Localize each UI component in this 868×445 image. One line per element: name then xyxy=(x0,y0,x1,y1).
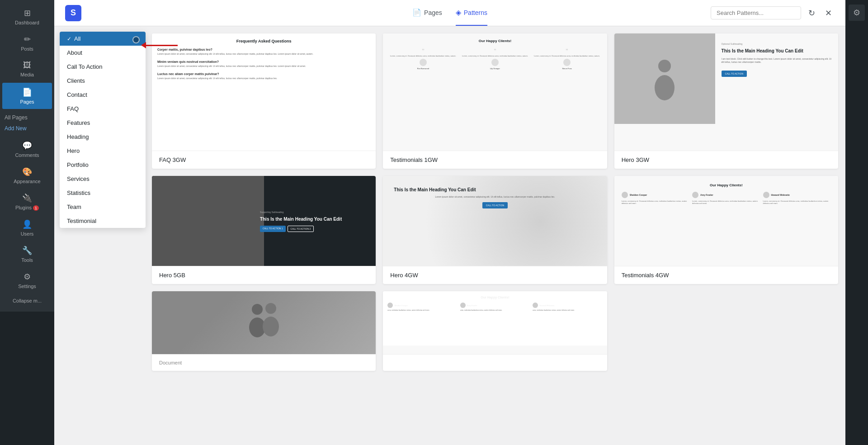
sidebar-item-label: Appearance xyxy=(14,179,40,184)
sidebar: ⊞ Dashboard ✏ Posts 🖼 Media 📄 Pages All … xyxy=(0,0,54,445)
dropdown-item-contact[interactable]: Contact xyxy=(60,88,146,102)
posts-icon: ✏ xyxy=(24,34,31,44)
sidebar-item-users[interactable]: 👤 Users xyxy=(0,215,54,241)
testimonial4-1: Sheldon Cooper Lorem, commonry et. Occas… xyxy=(622,192,689,204)
dropdown-item-label: Testimonial xyxy=(67,218,96,224)
card-testimonials-5gw[interactable]: Our Happy Clients! Shelton Cooper urna, … xyxy=(383,291,607,371)
testimonials4-inner: Our Happy Clients! Sheldon Cooper Lorem,… xyxy=(614,176,838,266)
avatar-2 xyxy=(491,59,499,66)
hero3-inner: Optional Subheading This Is the Main Hea… xyxy=(614,33,838,124)
dropdown-item-team[interactable]: Team xyxy=(60,200,146,214)
dropdown-item-label: FAQ xyxy=(67,105,79,112)
sidebar-item-label: Tools xyxy=(21,257,33,263)
avatar-1 xyxy=(420,59,427,66)
sidebar-item-posts[interactable]: ✏ Posts xyxy=(0,30,54,56)
sidebar-item-appearance[interactable]: 🎨 Appearance xyxy=(0,162,54,189)
users-icon: 👤 xyxy=(22,219,32,229)
main-area: S 📄 Pages ◈ Patterns ↻ ✕ ✓ All xyxy=(54,0,845,445)
dropdown-item-label: Services xyxy=(67,175,90,182)
card-testimonials-4gw[interactable]: Our Happy Clients! Sheldon Cooper Lorem,… xyxy=(614,176,838,284)
hero3-person-svg xyxy=(651,56,678,101)
sidebar-top: ⊞ Dashboard ✏ Posts 🖼 Media 📄 Pages All … xyxy=(0,0,54,312)
sidebar-subitem-all-pages[interactable]: All Pages xyxy=(5,112,50,123)
card-hero3-label: Hero 3GW xyxy=(614,151,838,169)
testimonials1-title: Our Happy Clients! xyxy=(388,39,601,43)
card-testimonials5-preview: Our Happy Clients! Shelton Cooper urna, … xyxy=(383,291,607,355)
settings-gear-button[interactable]: ⚙ xyxy=(849,5,865,21)
card-hero3-preview: Optional Subheading This Is the Main Hea… xyxy=(614,33,838,151)
sidebar-item-label: Comments xyxy=(15,152,39,158)
close-button[interactable]: ✕ xyxy=(822,6,835,20)
sidebar-item-label: Dashboard xyxy=(15,20,39,25)
dropdown-item-statistics[interactable]: Statistics xyxy=(60,186,146,200)
sidebar-item-label: Posts xyxy=(21,46,33,52)
hero5-inner: Supporting Subheading This Is the Main H… xyxy=(152,176,376,266)
card-faq-label: FAQ 3GW xyxy=(152,151,376,169)
right-panel: ⚙ xyxy=(845,0,868,445)
dropdown-item-testimonial[interactable]: Testimonial xyxy=(60,214,146,228)
card-hero-3gw[interactable]: Optional Subheading This Is the Main Hea… xyxy=(614,33,838,169)
card-hero-4gw[interactable]: This Is the Main Heading You Can Edit Lo… xyxy=(383,176,607,284)
card-faq-preview: Frequently Asked Questions Corper mattis… xyxy=(152,33,376,151)
plugins-icon: 🔌 xyxy=(22,193,32,203)
sidebar-item-media[interactable]: 🖼 Media xyxy=(0,56,54,82)
dropdown-item-all[interactable]: ✓ All xyxy=(60,32,146,46)
dropdown-item-faq[interactable]: FAQ xyxy=(60,102,146,116)
cards-grid: Frequently Asked Questions Corper mattis… xyxy=(145,26,845,445)
sidebar-item-plugins[interactable]: 🔌 Plugins1 xyxy=(0,189,54,215)
dropdown-item-clients[interactable]: Clients xyxy=(60,74,146,88)
dropdown-item-label: Hero xyxy=(67,147,80,154)
testimonials5-item-3: Howard Wolowitz urna, molestias laudanti… xyxy=(533,303,602,312)
card-team-photo[interactable]: Document xyxy=(152,291,376,371)
dropdown-item-call-to-action[interactable]: Call To Action xyxy=(60,60,146,74)
dropdown-item-label: Features xyxy=(67,119,90,126)
sidebar-item-tools[interactable]: 🔧 Tools xyxy=(0,241,54,267)
team-photo-bg xyxy=(152,291,376,354)
comments-icon: 💬 xyxy=(22,141,32,151)
faq-item-1: Corper mattis, pulvinar dapibus leo? Lor… xyxy=(157,48,370,56)
dropdown-item-label: Call To Action xyxy=(67,63,103,70)
sidebar-subitem-add-new[interactable]: Add New xyxy=(5,123,50,134)
card-team-label: Document xyxy=(152,355,376,371)
hero5-buttons: CALL TO ACTION 1 CALL TO ACTION 2 xyxy=(260,226,368,232)
card-hero-5gb[interactable]: Supporting Subheading This Is the Main H… xyxy=(152,176,376,284)
dropdown-item-label: Clients xyxy=(67,77,85,84)
svg-point-2 xyxy=(252,304,263,315)
dropdown-item-about[interactable]: About xyxy=(60,46,146,60)
card-hero4-preview: This Is the Main Heading You Can Edit Lo… xyxy=(383,176,607,266)
search-input[interactable] xyxy=(711,6,801,19)
card-testimonials1-label: Testimonials 1GW xyxy=(383,151,607,169)
refresh-button[interactable]: ↻ xyxy=(806,6,818,20)
card-faq-3gw[interactable]: Frequently Asked Questions Corper mattis… xyxy=(152,33,376,169)
svg-point-4 xyxy=(265,303,276,314)
plugins-badge: 1 xyxy=(33,205,39,211)
sidebar-item-label: Pages xyxy=(20,99,34,104)
dropdown-item-heading[interactable]: Heading xyxy=(60,130,146,144)
testimonials5-item-2: Amy Fowler urna, molestias laudantiun me… xyxy=(460,303,530,312)
sidebar-collapse[interactable]: Collapse m... xyxy=(0,294,54,308)
testimonials1-inner: Our Happy Clients! " Lorem, commonry et.… xyxy=(383,33,607,115)
dropdown-item-features[interactable]: Features xyxy=(60,116,146,130)
sidebar-item-dashboard[interactable]: ⊞ Dashboard xyxy=(0,4,54,30)
hero4-inner: This Is the Main Heading You Can Edit Lo… xyxy=(383,176,607,266)
content-area: ✓ All About Call To Action Clients Conta… xyxy=(54,26,845,445)
dropdown-item-services[interactable]: Services xyxy=(60,172,146,186)
modal-logo: S xyxy=(65,5,81,21)
dropdown-item-hero[interactable]: Hero xyxy=(60,144,146,158)
modal-tabs: 📄 Pages ◈ Patterns xyxy=(412,0,487,26)
testimonial-item-2: " Lorem, commonry et. Occascat delectus … xyxy=(460,47,529,70)
card-testimonials-1gw[interactable]: Our Happy Clients! " Lorem, commonry et.… xyxy=(383,33,607,169)
card-hero5-preview: Supporting Subheading This Is the Main H… xyxy=(152,176,376,266)
testimonials5-avatar-1 xyxy=(387,303,393,308)
testimonials5-item-1: Shelton Cooper urna, molestias laudantiu… xyxy=(387,303,457,312)
tab-patterns[interactable]: ◈ Patterns xyxy=(456,0,487,26)
sidebar-item-settings[interactable]: ⚙ Settings xyxy=(0,267,54,294)
svg-point-0 xyxy=(658,60,671,72)
modal-search-area: ↻ ✕ xyxy=(711,6,835,20)
dropdown-item-portfolio[interactable]: Portfolio xyxy=(60,158,146,172)
sidebar-item-comments[interactable]: 💬 Comments xyxy=(0,136,54,162)
dashboard-icon: ⊞ xyxy=(24,8,31,18)
tab-pages[interactable]: 📄 Pages xyxy=(412,0,442,26)
sidebar-item-label: Plugins1 xyxy=(15,205,39,210)
sidebar-item-pages[interactable]: 📄 Pages xyxy=(2,83,52,109)
